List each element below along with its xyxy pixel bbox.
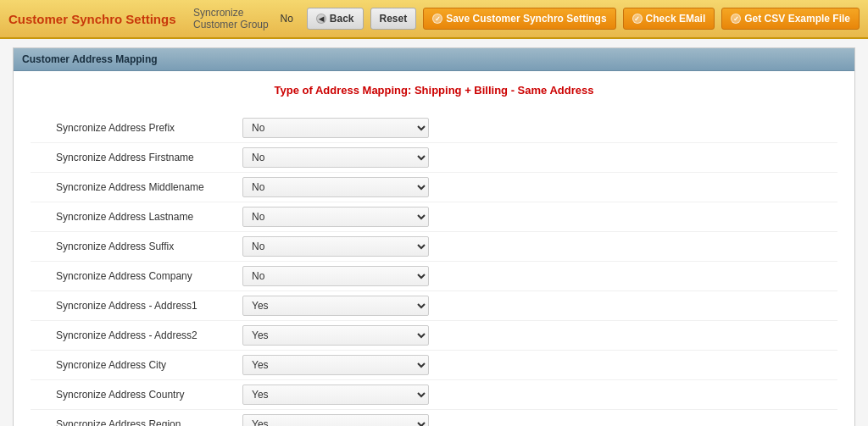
back-label: Back bbox=[330, 13, 354, 25]
field-control: NoYes bbox=[242, 177, 429, 197]
field-select[interactable]: NoYes bbox=[242, 385, 429, 405]
form-rows-container: Syncronize Address PrefixNoYesSyncronize… bbox=[31, 113, 837, 426]
save-icon: ✓ bbox=[432, 14, 442, 24]
field-control: NoYes bbox=[242, 355, 429, 375]
sync-customer-group-field: Syncronize Customer Group No bbox=[193, 7, 293, 30]
field-select[interactable]: NoYes bbox=[242, 414, 429, 426]
section-title: Customer Address Mapping bbox=[22, 53, 158, 65]
save-label: Save Customer Synchro Settings bbox=[446, 13, 606, 25]
form-row: Syncronize Address LastnameNoYes bbox=[31, 202, 837, 232]
field-label: Syncronize Address Prefix bbox=[31, 122, 242, 134]
field-label: Syncronize Address City bbox=[31, 359, 242, 371]
form-row: Syncronize Address - Address2NoYes bbox=[31, 321, 837, 351]
form-row: Syncronize Address CountryNoYes bbox=[31, 380, 837, 410]
field-label: Syncronize Address - Address2 bbox=[31, 329, 242, 341]
form-row: Syncronize Address RegionNoYes bbox=[31, 410, 837, 426]
field-select[interactable]: NoYes bbox=[242, 325, 429, 346]
sync-customer-group-value: No bbox=[280, 13, 292, 25]
field-control: NoYes bbox=[242, 385, 429, 405]
field-label: Syncronize Address Company bbox=[31, 270, 242, 282]
page-header: Customer Synchro Settings Syncronize Cus… bbox=[0, 0, 868, 39]
section-body: Type of Address Mapping: Shipping + Bill… bbox=[14, 71, 854, 426]
field-label: Syncronize Address - Address1 bbox=[31, 300, 242, 312]
get-csv-button[interactable]: ✓ Get CSV Example File bbox=[721, 8, 860, 30]
field-select[interactable]: NoYes bbox=[242, 266, 429, 286]
field-control: NoYes bbox=[242, 266, 429, 286]
address-type-notice: Type of Address Mapping: Shipping + Bill… bbox=[31, 84, 837, 97]
section-header: Customer Address Mapping bbox=[14, 48, 854, 71]
form-row: Syncronize Address SuffixNoYes bbox=[31, 232, 837, 262]
get-csv-label: Get CSV Example File bbox=[744, 13, 850, 25]
field-label: Syncronize Address Firstname bbox=[31, 152, 242, 163]
form-row: Syncronize Address FirstnameNoYes bbox=[31, 143, 837, 173]
back-button[interactable]: ◀ Back bbox=[307, 8, 364, 30]
field-control: NoYes bbox=[242, 118, 429, 138]
field-control: NoYes bbox=[242, 296, 429, 316]
form-row: Syncronize Address PrefixNoYes bbox=[31, 113, 837, 143]
form-row: Syncronize Address CompanyNoYes bbox=[31, 262, 837, 291]
field-label: Syncronize Address Region bbox=[31, 418, 242, 426]
field-select[interactable]: NoYes bbox=[242, 236, 429, 257]
save-button[interactable]: ✓ Save Customer Synchro Settings bbox=[423, 8, 615, 30]
form-row: Syncronize Address - Address1NoYes bbox=[31, 291, 837, 321]
form-row: Syncronize Address MiddlenameNoYes bbox=[31, 173, 837, 202]
customer-address-mapping-section: Customer Address Mapping Type of Address… bbox=[13, 47, 855, 426]
field-control: NoYes bbox=[242, 236, 429, 257]
field-select[interactable]: NoYes bbox=[242, 118, 429, 138]
reset-label: Reset bbox=[380, 13, 408, 25]
field-control: NoYes bbox=[242, 325, 429, 346]
field-label: Syncronize Address Country bbox=[31, 389, 242, 401]
field-label: Syncronize Address Suffix bbox=[31, 241, 242, 252]
field-control: NoYes bbox=[242, 207, 429, 227]
field-select[interactable]: NoYes bbox=[242, 355, 429, 375]
field-select[interactable]: NoYes bbox=[242, 177, 429, 197]
field-control: NoYes bbox=[242, 147, 429, 168]
sync-customer-group-label: Syncronize Customer Group bbox=[193, 7, 276, 30]
get-csv-icon: ✓ bbox=[731, 14, 741, 24]
field-select[interactable]: NoYes bbox=[242, 207, 429, 227]
main-content: Customer Address Mapping Type of Address… bbox=[0, 39, 868, 426]
field-label: Syncronize Address Middlename bbox=[31, 181, 242, 193]
page-title: Customer Synchro Settings bbox=[8, 12, 178, 26]
field-control: NoYes bbox=[242, 414, 429, 426]
check-email-label: Check EMail bbox=[646, 13, 706, 25]
field-label: Syncronize Address Lastname bbox=[31, 211, 242, 223]
check-email-icon: ✓ bbox=[632, 14, 643, 24]
field-select[interactable]: NoYes bbox=[242, 147, 429, 168]
reset-button[interactable]: Reset bbox=[370, 8, 417, 30]
field-select[interactable]: NoYes bbox=[242, 296, 429, 316]
back-icon: ◀ bbox=[316, 14, 326, 24]
check-email-button[interactable]: ✓ Check EMail bbox=[623, 8, 715, 30]
form-row: Syncronize Address CityNoYes bbox=[31, 351, 837, 380]
